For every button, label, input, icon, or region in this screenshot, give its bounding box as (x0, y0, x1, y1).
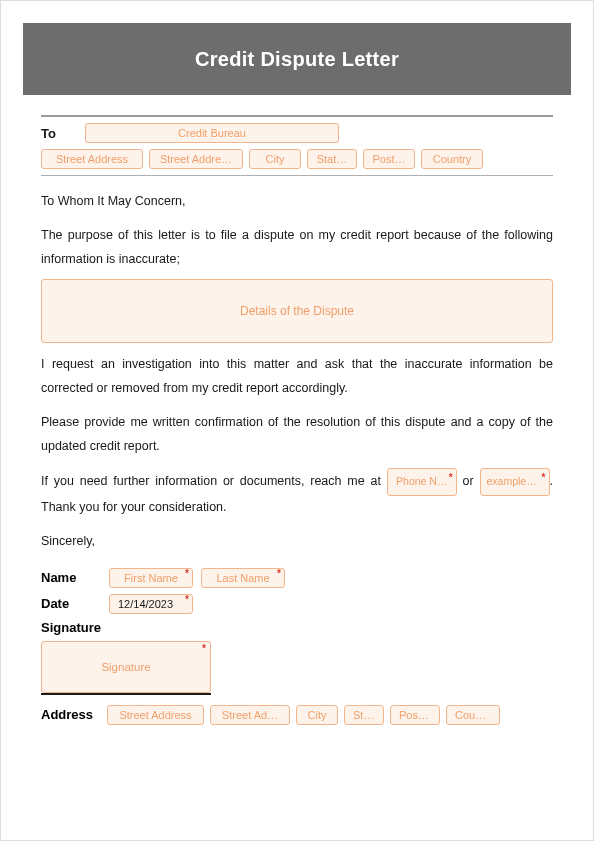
signature-section: Name First Name* Last Name* Date 12/14/2… (41, 568, 553, 725)
addr-country-field[interactable]: Coun… (446, 705, 500, 725)
email-field[interactable]: example@…* (480, 468, 550, 496)
contact-text-a: If you need further information or docum… (41, 475, 381, 489)
paragraph-confirmation: Please provide me written confirmation o… (41, 411, 553, 459)
paragraph-contact: If you need further information or docum… (41, 468, 553, 520)
page-title: Credit Dispute Letter (195, 48, 399, 71)
to-row: To Credit Bureau (41, 123, 553, 143)
to-country-field[interactable]: Country (421, 149, 483, 169)
salutation: To Whom It May Concern, (41, 190, 553, 214)
last-name-field[interactable]: Last Name* (201, 568, 285, 588)
name-row: Name First Name* Last Name* (41, 568, 553, 588)
to-post-field[interactable]: Post… (363, 149, 415, 169)
signature-label-row: Signature (41, 620, 553, 635)
to-address-row: Street Address Street Addre… City Stat… … (41, 149, 553, 169)
signature-label: Signature (41, 620, 101, 635)
to-street2-field[interactable]: Street Addre… (149, 149, 243, 169)
header-band: Credit Dispute Letter (23, 23, 571, 95)
date-row: Date 12/14/2023* (41, 594, 553, 614)
addr-street1-field[interactable]: Street Address (107, 705, 204, 725)
paragraph-investigation: I request an investigation into this mat… (41, 353, 553, 401)
closing: Sincerely, (41, 530, 553, 554)
addr-post-field[interactable]: Post… (390, 705, 440, 725)
to-state-field[interactable]: Stat… (307, 149, 357, 169)
address-row: Address Street Address Street Ad… City S… (41, 705, 553, 725)
content-area: To Credit Bureau Street Address Street A… (1, 95, 593, 725)
address-label: Address (41, 707, 101, 722)
name-label: Name (41, 570, 101, 585)
date-label: Date (41, 596, 101, 611)
addr-state-field[interactable]: Sta… (344, 705, 384, 725)
divider-mid (41, 175, 553, 176)
to-street1-field[interactable]: Street Address (41, 149, 143, 169)
date-field[interactable]: 12/14/2023* (109, 594, 193, 614)
divider-top (41, 115, 553, 117)
dispute-details-field[interactable]: Details of the Dispute (41, 279, 553, 343)
to-label: To (41, 126, 79, 141)
addr-city-field[interactable]: City (296, 705, 338, 725)
signature-underline (41, 693, 211, 695)
paragraph-purpose: The purpose of this letter is to file a … (41, 224, 553, 272)
addr-street2-field[interactable]: Street Ad… (210, 705, 290, 725)
signature-field[interactable]: Signature* (41, 641, 211, 693)
to-city-field[interactable]: City (249, 149, 301, 169)
phone-field[interactable]: Phone N…* (387, 468, 457, 496)
first-name-field[interactable]: First Name* (109, 568, 193, 588)
contact-text-b: or (463, 475, 474, 489)
credit-bureau-field[interactable]: Credit Bureau (85, 123, 339, 143)
